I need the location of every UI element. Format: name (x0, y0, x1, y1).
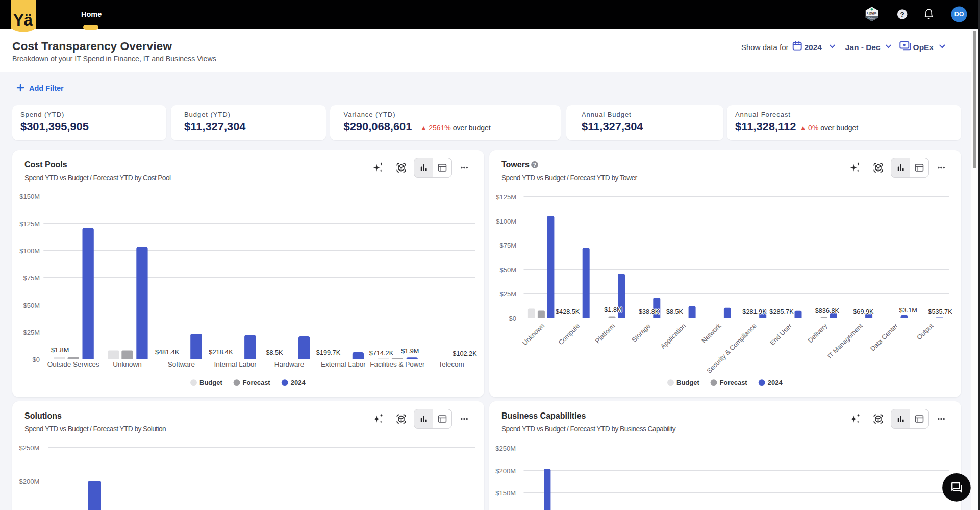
svg-text:$100M: $100M (19, 247, 40, 255)
svg-text:$50M: $50M (23, 302, 40, 309)
svg-text:Forecast: Forecast (720, 379, 748, 386)
svg-text:$250M: $250M (495, 445, 516, 452)
svg-text:$836.8K: $836.8K (815, 307, 840, 314)
svg-text:2024: 2024 (805, 43, 822, 52)
svg-text:External Labor: External Labor (321, 360, 366, 368)
svg-text:$150M: $150M (19, 192, 40, 200)
svg-text:$102.2K: $102.2K (453, 350, 477, 357)
svg-text:IT Management: IT Management (826, 322, 864, 360)
svg-text:$1.8M: $1.8M (51, 347, 69, 354)
svg-text:$481.4K: $481.4K (155, 349, 180, 356)
svg-text:Internal Labor: Internal Labor (214, 360, 257, 368)
svg-text:$218.4K: $218.4K (209, 349, 233, 356)
svg-text:Compute: Compute (557, 322, 581, 347)
svg-text:Outside Services: Outside Services (47, 360, 99, 368)
svg-text:$285.7K: $285.7K (769, 308, 794, 315)
svg-text:Jan - Dec: Jan - Dec (845, 43, 881, 52)
svg-text:?: ? (900, 11, 904, 18)
svg-text:$75M: $75M (499, 241, 516, 249)
svg-text:$69.9K: $69.9K (853, 308, 874, 315)
svg-text:Budget: Budget (676, 379, 699, 386)
svg-text:Budget: Budget (199, 379, 222, 386)
svg-text:DO: DO (954, 11, 964, 18)
svg-text:$150M: $150M (495, 489, 516, 497)
svg-text:Output: Output (915, 322, 935, 341)
svg-text:$8.5K: $8.5K (666, 308, 684, 315)
svg-text:$714.2K: $714.2K (369, 350, 394, 357)
svg-text:$428.5K: $428.5K (556, 308, 580, 315)
svg-text:Add Filter: Add Filter (29, 84, 64, 92)
svg-text:$75M: $75M (23, 274, 40, 282)
svg-text:$8.5K: $8.5K (266, 349, 283, 356)
svg-text:$200M: $200M (495, 467, 516, 475)
svg-text:$38.8K: $38.8K (639, 308, 660, 315)
svg-text:Platform: Platform (594, 322, 617, 345)
svg-text:OpEx: OpEx (913, 43, 934, 52)
svg-text:Application: Application (659, 322, 688, 351)
svg-text:Unknown: Unknown (521, 322, 546, 347)
svg-text:Storage: Storage (630, 322, 652, 344)
svg-text:$0: $0 (33, 356, 40, 363)
svg-text:Yä: Yä (13, 11, 33, 29)
svg-text:Telecom: Telecom (438, 360, 464, 368)
svg-text:Show data for: Show data for (741, 43, 789, 52)
svg-text:$281.9K: $281.9K (742, 308, 767, 315)
svg-text:$250M: $250M (19, 444, 40, 452)
svg-text:Data Center: Data Center (869, 322, 900, 353)
svg-text:Software: Software (168, 360, 195, 368)
svg-text:$535.7K: $535.7K (928, 308, 952, 315)
svg-text:Hardware: Hardware (274, 360, 305, 368)
svg-text:$3.1M: $3.1M (899, 307, 917, 314)
svg-text:Network: Network (700, 322, 723, 345)
svg-text:$200M: $200M (19, 478, 40, 485)
svg-text:Platform: Platform (868, 17, 875, 19)
svg-text:Delivery: Delivery (807, 322, 829, 344)
svg-text:$25M: $25M (23, 329, 40, 336)
svg-text:CERTIFIED: CERTIFIED (868, 14, 875, 16)
svg-text:$199.7K: $199.7K (316, 349, 341, 356)
svg-text:Forecast: Forecast (243, 379, 271, 386)
svg-text:Unknown: Unknown (113, 360, 141, 368)
svg-text:$0: $0 (509, 314, 516, 322)
svg-text:$50M: $50M (499, 266, 516, 274)
svg-text:End User: End User (768, 322, 793, 347)
svg-text:$1.9M: $1.9M (401, 348, 419, 355)
svg-text:$1.8M: $1.8M (604, 306, 622, 313)
svg-text:$25M: $25M (499, 290, 516, 298)
svg-text:$125M: $125M (496, 193, 516, 201)
svg-text:2024: 2024 (291, 379, 306, 386)
svg-text:$100M: $100M (496, 217, 516, 225)
svg-text:$125M: $125M (19, 220, 40, 228)
svg-text:Facilities & Power: Facilities & Power (370, 360, 425, 368)
svg-text:2024: 2024 (768, 379, 783, 386)
